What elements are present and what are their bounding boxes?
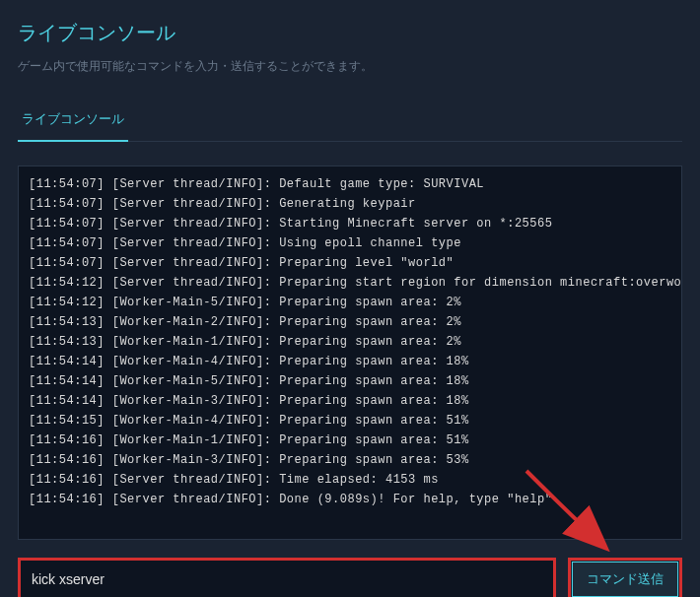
log-line: [11:54:07] [Server thread/INFO]: Default…	[29, 174, 671, 194]
log-line: [11:54:13] [Worker-Main-2/INFO]: Prepari…	[29, 312, 671, 332]
log-line: [11:54:13] [Worker-Main-1/INFO]: Prepari…	[29, 332, 671, 352]
tabs-bar: ライブコンソール	[18, 100, 682, 142]
log-line: [11:54:07] [Server thread/INFO]: Generat…	[29, 194, 671, 214]
log-line: [11:54:14] [Worker-Main-5/INFO]: Prepari…	[29, 371, 671, 391]
log-line: [11:54:07] [Server thread/INFO]: Using e…	[29, 233, 671, 253]
log-line: [11:54:16] [Server thread/INFO]: Time el…	[29, 470, 671, 490]
log-line: [11:54:07] [Server thread/INFO]: Prepari…	[29, 253, 671, 273]
log-line: [11:54:16] [Worker-Main-3/INFO]: Prepari…	[29, 450, 671, 470]
page-subtitle: ゲーム内で使用可能なコマンドを入力・送信することができます。	[18, 58, 682, 75]
log-line: [11:54:16] [Server thread/INFO]: Done (9…	[29, 490, 671, 509]
log-line: [11:54:16] [Worker-Main-1/INFO]: Prepari…	[29, 431, 671, 450]
tab-live-console[interactable]: ライブコンソール	[18, 100, 128, 142]
log-line: [11:54:15] [Worker-Main-4/INFO]: Prepari…	[29, 411, 671, 431]
send-command-button[interactable]: コマンド送信	[568, 558, 682, 597]
log-line: [11:54:12] [Worker-Main-5/INFO]: Prepari…	[29, 293, 671, 312]
log-line: [11:54:14] [Worker-Main-4/INFO]: Prepari…	[29, 352, 671, 371]
console-output: [11:54:07] [Server thread/INFO]: Default…	[18, 166, 682, 540]
send-command-label: コマンド送信	[572, 562, 678, 597]
command-input[interactable]	[18, 558, 556, 597]
log-line: [11:54:14] [Worker-Main-3/INFO]: Prepari…	[29, 391, 671, 411]
log-line: [11:54:07] [Server thread/INFO]: Startin…	[29, 214, 671, 233]
page-title: ライブコンソール	[18, 20, 682, 46]
log-line: [11:54:12] [Server thread/INFO]: Prepari…	[29, 273, 671, 293]
